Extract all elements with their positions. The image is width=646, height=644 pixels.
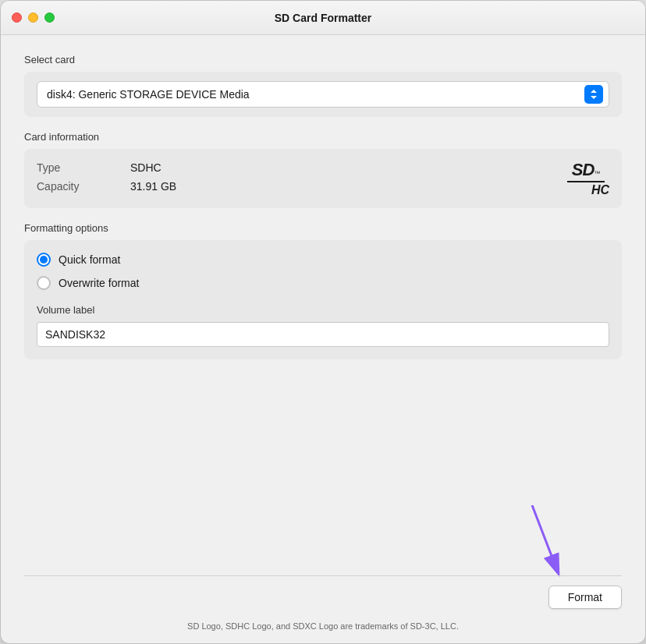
select-card-section: Select card disk4: Generic STORAGE DEVIC… (24, 54, 622, 117)
capacity-value: 31.91 GB (130, 180, 176, 193)
purple-arrow-annotation (516, 505, 579, 583)
window-title: SD Card Formatter (275, 12, 371, 24)
table-row: Type SDHC (37, 158, 563, 177)
volume-label-heading: Volume label (37, 304, 609, 316)
type-key: Type (37, 161, 99, 174)
quick-format-radio[interactable] (37, 253, 51, 267)
bottom-bar: Format (24, 575, 622, 615)
radio-group: Quick format Overwrite format (37, 253, 609, 290)
disclaimer-text: SD Logo, SDHC Logo, and SDXC Logo are tr… (24, 615, 622, 643)
select-card-card: disk4: Generic STORAGE DEVICE Media (24, 72, 622, 117)
sdhc-logo: SD™ HC (563, 158, 609, 199)
trademark-symbol: ™ (594, 170, 600, 177)
table-row: Capacity 31.91 GB (37, 177, 563, 196)
info-table: Type SDHC Capacity 31.91 GB SD™ (37, 158, 609, 199)
select-wrapper: disk4: Generic STORAGE DEVICE Media (37, 81, 609, 108)
close-button[interactable] (12, 12, 22, 23)
volume-label-section: Volume label (37, 304, 609, 347)
footer-section: Format SD Logo, SDHC Logo, and SDXC Logo… (1, 575, 645, 643)
select-card-label: Select card (24, 54, 622, 65)
capacity-key: Capacity (37, 180, 99, 193)
card-info-card: Type SDHC Capacity 31.91 GB SD™ (24, 149, 622, 208)
formatting-options-section: Formatting options Quick format Overwrit… (24, 222, 622, 359)
main-content: Select card disk4: Generic STORAGE DEVIC… (1, 35, 645, 513)
logo-divider (567, 181, 605, 182)
titlebar: SD Card Formatter (1, 1, 645, 35)
overwrite-format-radio[interactable] (37, 276, 51, 290)
quick-format-option[interactable]: Quick format (37, 253, 609, 267)
sd-logo-text: SD (572, 160, 595, 180)
formatting-options-label: Formatting options (24, 222, 622, 234)
card-info-section: Card information Type SDHC Capacity 31.9… (24, 131, 622, 208)
type-value: SDHC (130, 161, 162, 174)
card-select[interactable]: disk4: Generic STORAGE DEVICE Media (37, 81, 609, 108)
volume-label-input[interactable] (37, 322, 609, 347)
card-info-label: Card information (24, 131, 622, 143)
hc-logo-text: HC (591, 183, 609, 197)
overwrite-format-option[interactable]: Overwrite format (37, 276, 609, 290)
annotation-area (24, 513, 622, 575)
traffic-lights (12, 12, 55, 23)
info-rows: Type SDHC Capacity 31.91 GB (37, 158, 563, 196)
maximize-button[interactable] (44, 12, 55, 23)
svg-line-1 (532, 505, 555, 566)
overwrite-format-label: Overwrite format (59, 277, 139, 289)
app-window: SD Card Formatter Select card disk4: Gen… (0, 0, 646, 644)
format-options-card: Quick format Overwrite format Volume lab… (24, 240, 622, 359)
minimize-button[interactable] (28, 12, 38, 23)
format-button[interactable]: Format (548, 586, 622, 609)
quick-format-label: Quick format (59, 253, 120, 266)
